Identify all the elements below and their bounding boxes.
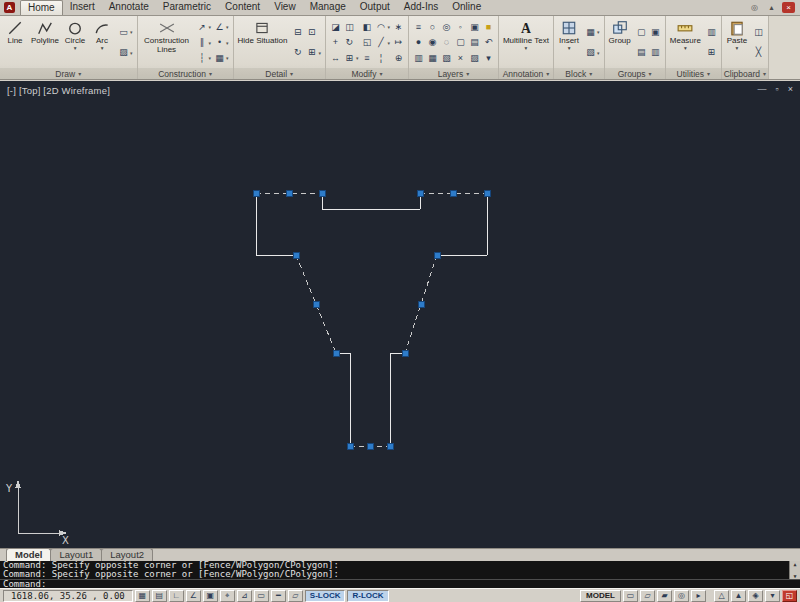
construction-lines-button[interactable]: Construction Lines (140, 17, 194, 68)
grip-point[interactable] (313, 301, 319, 307)
qp-toggle[interactable]: ▱ (288, 590, 303, 602)
quick-calc-icon[interactable]: ⊞ (706, 47, 717, 58)
grip-point[interactable] (402, 350, 408, 356)
block-editor-icon[interactable]: ▧▾ (585, 47, 600, 58)
region-icon[interactable]: ▦▾ (214, 53, 229, 64)
explode-icon[interactable]: ∗ (393, 22, 404, 33)
viewport-close-icon[interactable]: × (788, 84, 793, 94)
viewport-minimize-icon[interactable]: — (758, 84, 767, 94)
grip-point[interactable] (347, 443, 353, 449)
ray-icon[interactable]: ↗▾ (197, 22, 212, 33)
ortho-toggle[interactable]: ∟ (169, 590, 184, 602)
layer-isolate-icon[interactable]: ◎ (441, 22, 452, 33)
panel-label-annotation[interactable]: Annotation▾ (499, 68, 553, 79)
view-style-icon[interactable]: ⊞▾ (306, 47, 321, 58)
panel-label-draw[interactable]: Draw▾ (0, 68, 137, 79)
tab-output[interactable]: Output (353, 0, 397, 15)
quick-select-icon[interactable]: ▥ (706, 27, 717, 38)
infocenter-icon[interactable]: ◎ (748, 2, 761, 13)
offset-modify-icon[interactable]: ≡ (361, 53, 372, 64)
layer-lock-icon[interactable]: ▣ (469, 22, 480, 33)
layer-current-icon[interactable]: ▨ (469, 53, 480, 64)
clean-screen-icon[interactable]: ◱ (782, 590, 797, 602)
grip-point[interactable] (418, 301, 424, 307)
create-block-icon[interactable]: ▦▾ (585, 27, 600, 38)
group-button[interactable]: Group (607, 17, 633, 68)
circle-button[interactable]: Circle▾ (62, 17, 88, 68)
grip-point[interactable] (293, 252, 299, 258)
layer-on-icon[interactable]: ● (413, 37, 424, 48)
panel-label-detail[interactable]: Detail▾ (234, 68, 325, 79)
arc-button[interactable]: Arc▾ (89, 17, 115, 68)
erase-icon[interactable]: ◪ (330, 22, 341, 33)
grip-point[interactable] (319, 190, 325, 196)
layer-match-icon[interactable]: ▤ (469, 37, 480, 48)
group-manager-icon[interactable]: ▥ (650, 47, 661, 58)
command-prompt[interactable]: Command: (0, 579, 800, 588)
tab-online[interactable]: Online (445, 0, 488, 15)
hide-situation-button[interactable]: Hide Situation (236, 17, 290, 68)
viewport-label[interactable]: [-] [Top] [2D Wireframe] (7, 85, 110, 96)
snap-toggle[interactable]: ▦ (135, 590, 150, 602)
panel-label-clipboard[interactable]: Clipboard▾ (722, 68, 768, 79)
ungroup-icon[interactable]: ▢ (636, 27, 647, 38)
move-icon[interactable]: + (330, 37, 341, 48)
trim-icon[interactable]: ╱▾ (375, 37, 390, 48)
measure-button[interactable]: Measure▾ (668, 17, 703, 68)
tab-manage[interactable]: Manage (303, 0, 353, 15)
array-icon[interactable]: ⊞▾ (344, 53, 359, 64)
scroll-down-icon[interactable]: ▼ (790, 573, 800, 579)
layer-delete-icon[interactable]: × (455, 53, 466, 64)
copy-clip-icon[interactable]: ◫ (753, 27, 764, 38)
show-motion-icon[interactable]: ▸ (691, 590, 706, 602)
panel-label-construction[interactable]: Construction▾ (138, 68, 233, 79)
lwt-toggle[interactable]: ━ (271, 590, 286, 602)
tab-annotate[interactable]: Annotate (102, 0, 156, 15)
command-scrollbar[interactable]: ▲ ▼ (789, 561, 800, 579)
group-edit-icon[interactable]: ▣ (650, 27, 661, 38)
layer-freeze-icon[interactable]: ◦ (455, 22, 466, 33)
grip-point[interactable] (450, 190, 456, 196)
divide-icon[interactable]: ┆▾ (197, 53, 212, 64)
layer-properties-icon[interactable]: ≡ (413, 22, 424, 33)
model-button[interactable]: MODEL (580, 590, 621, 602)
grip-point[interactable] (417, 190, 423, 196)
rectangle-icon[interactable]: ▭▾ (118, 27, 133, 38)
panel-label-layers[interactable]: Layers▾ (409, 68, 498, 79)
tab-parametric[interactable]: Parametric (156, 0, 218, 15)
tab-home[interactable]: Home (20, 0, 63, 15)
grid-toggle[interactable]: ▤ (152, 590, 167, 602)
bisector-icon[interactable]: ∠▾ (214, 22, 229, 33)
grip-point[interactable] (434, 252, 440, 258)
annotation-visibility-icon[interactable]: ▲ (731, 590, 746, 602)
app-icon[interactable]: A (4, 2, 15, 13)
r-lock-toggle[interactable]: R-LOCK (347, 590, 388, 602)
s-lock-toggle[interactable]: S-LOCK (305, 590, 346, 602)
detail-view-icon[interactable]: ⊡ (306, 27, 321, 38)
polyline-button[interactable]: Polyline (29, 17, 61, 68)
grip-point[interactable] (367, 443, 373, 449)
workspace-switch-icon[interactable]: ◈ (748, 590, 763, 602)
viewport-maximize-icon[interactable]: ▫ (776, 84, 779, 94)
point-icon[interactable]: •▾ (214, 37, 229, 48)
mirror-icon[interactable]: ◧ (361, 22, 372, 33)
multiline-text-button[interactable]: AMultiline Text▾ (501, 17, 551, 68)
layer-walk-icon[interactable]: ▥ (413, 53, 424, 64)
insert-block-button[interactable]: Insert▾ (556, 17, 582, 68)
grip-point[interactable] (333, 350, 339, 356)
hatch-icon[interactable]: ▨▾ (118, 47, 133, 58)
grip-point[interactable] (286, 190, 292, 196)
minimize-ribbon-icon[interactable]: ▴ (765, 2, 778, 13)
panel-label-modify[interactable]: Modify▾ (326, 68, 408, 79)
layer-color-icon[interactable]: ■ (483, 22, 494, 33)
offset-icon[interactable]: ∥▾ (197, 37, 212, 48)
grip-point[interactable] (484, 190, 490, 196)
layer-viewport-icon[interactable]: ▦ (427, 53, 438, 64)
join-icon[interactable]: ⊕ (393, 53, 404, 64)
panel-label-utilities[interactable]: Utilities▾ (666, 68, 721, 79)
scale-icon[interactable]: ◱ (361, 37, 372, 48)
rotate-icon[interactable]: ↻ (344, 37, 359, 48)
cut-icon[interactable]: ╳ (753, 47, 764, 58)
update-view-icon[interactable]: ↻ (292, 47, 303, 58)
dyn-toggle[interactable]: ▭ (254, 590, 269, 602)
